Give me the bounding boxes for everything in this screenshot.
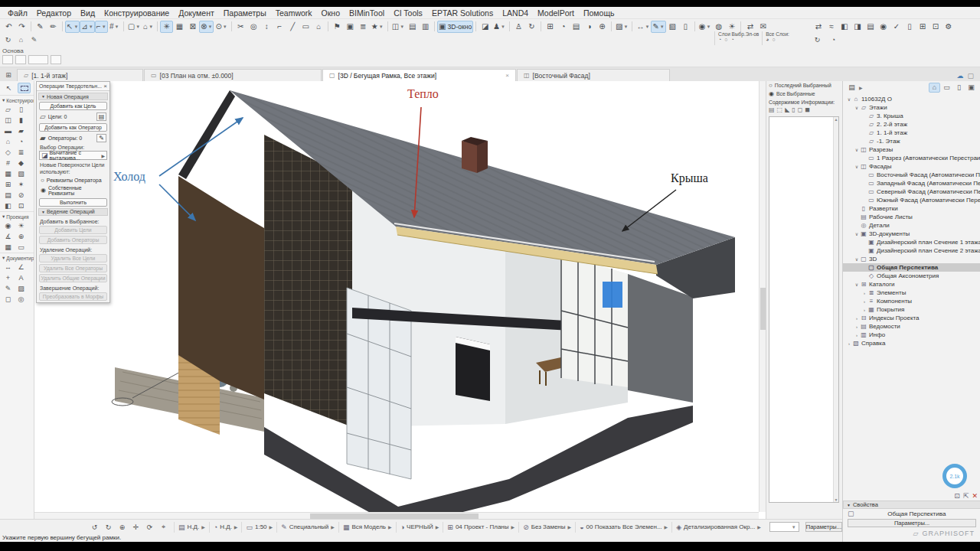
- publisher-sets-icon[interactable]: ▣: [965, 83, 977, 93]
- grid-tool[interactable]: ⊡: [15, 201, 28, 211]
- 3d-cutting-planes-icon[interactable]: ◪: [479, 21, 492, 33]
- tab-overview-button[interactable]: ⊞: [0, 69, 17, 81]
- detail-marker-icon[interactable]: ◔: [557, 21, 570, 33]
- tree-item[interactable]: ◇Общая Аксонометрия: [843, 272, 980, 280]
- status-combo[interactable]: ▼: [769, 522, 799, 532]
- tree-item[interactable]: ▢Общая Перспектива: [843, 263, 980, 272]
- inject-parameters-icon[interactable]: ✏: [47, 21, 60, 33]
- show-operators-button[interactable]: ✎: [96, 134, 106, 142]
- explore-icon[interactable]: ⌖: [158, 522, 169, 532]
- tree-item[interactable]: ▣Дизайнерский план Сечение 1 этажа (Авто…: [843, 238, 980, 246]
- vr-scene-tool[interactable]: ▭: [15, 242, 28, 253]
- tree-item[interactable]: ›▥Инфо: [843, 331, 980, 339]
- tree-item[interactable]: ▭Северный Фасад (Автоматически Перестраи…: [843, 187, 980, 196]
- 3d-window-icon[interactable]: ▣3D-окно: [437, 21, 473, 33]
- resize-icon[interactable]: ▭: [299, 21, 312, 33]
- settings-icon[interactable]: ⚙: [942, 21, 955, 33]
- marquee-tool[interactable]: [18, 83, 31, 93]
- curtain-wall-tool[interactable]: ▤: [2, 190, 15, 201]
- tree-expander-icon[interactable]: ›: [861, 291, 867, 295]
- tree-item[interactable]: ›▧Справка: [843, 339, 980, 347]
- tree-expander-icon[interactable]: ∨: [854, 105, 860, 110]
- area-info-icon[interactable]: ◣: [785, 106, 789, 113]
- tree-expander-icon[interactable]: ∨: [854, 256, 860, 262]
- menu-land4[interactable]: LAND4: [498, 8, 533, 18]
- view-tab-3[interactable]: ▢[3D / Бегущая Рамка, Все этажи]×: [322, 69, 516, 81]
- shell-tool[interactable]: ◔: [15, 136, 28, 147]
- organizer-icon[interactable]: ⊞: [916, 21, 929, 33]
- tree-expander-icon[interactable]: ›: [854, 324, 860, 329]
- object-tool[interactable]: ⊞: [2, 179, 15, 190]
- fillet-icon[interactable]: ⌐: [273, 21, 286, 33]
- tree-item[interactable]: ▭Южный Фасад (Автоматически Перестраивае…: [843, 196, 980, 204]
- menu-ci-tools[interactable]: CI Tools: [389, 8, 427, 18]
- radio-all-selected[interactable]: ◉ Все Выбранные: [766, 90, 842, 98]
- tree-expander-icon[interactable]: ›: [854, 333, 860, 337]
- tree-expander-icon[interactable]: ∨: [854, 147, 860, 152]
- add-operators-button[interactable]: Добавить Операторы: [39, 236, 107, 244]
- home-icon[interactable]: ⌂: [312, 21, 325, 33]
- opening-tool[interactable]: ⊘: [15, 190, 28, 201]
- layer-field[interactable]: ◔Н.Д.▶: [209, 522, 242, 533]
- tree-item[interactable]: ›⊟Индексы Проекта: [843, 314, 980, 322]
- text-icon[interactable]: ▯: [679, 21, 692, 33]
- message-icon[interactable]: ▤: [864, 21, 877, 33]
- delete-common-button[interactable]: Удалить Общие Операции: [39, 274, 107, 282]
- delete-all-operators-button[interactable]: Удалить Все Операторы: [39, 264, 107, 272]
- tree-item[interactable]: ›≡Компоненты: [843, 297, 980, 305]
- fill-tool-icon[interactable]: ▨▼: [614, 21, 629, 33]
- info-list-scrollbar[interactable]: ▲▼: [833, 117, 838, 502]
- operation-dropdown[interactable]: ◪ Вычитание с выталкива... ▶: [39, 151, 107, 160]
- model-filter-field[interactable]: ▦Вся Модель▶: [338, 522, 396, 533]
- add-as-operator-button[interactable]: Добавить как Оператор: [39, 123, 107, 132]
- tree-item[interactable]: ◎Детали: [843, 221, 980, 230]
- tree-item[interactable]: ›≣Элементы: [843, 289, 980, 297]
- wall-tool[interactable]: ▱: [2, 104, 15, 115]
- drawing-tool[interactable]: ◻: [2, 294, 15, 305]
- pen-set-field[interactable]: ✎Специальный▶: [276, 522, 338, 533]
- detail-tool[interactable]: ◎: [15, 294, 28, 305]
- ifc-manager-icon[interactable]: ⊡: [929, 21, 942, 33]
- properties-section-header[interactable]: ▼ Свойства: [843, 500, 980, 509]
- pen-sets-icon[interactable]: ✎: [28, 34, 40, 44]
- rotate-view-icon[interactable]: ⊗▼: [199, 21, 214, 33]
- adjust-icon[interactable]: ◎: [247, 21, 260, 33]
- select-arrow-tool[interactable]: ↖: [2, 83, 15, 93]
- flag-marker-icon[interactable]: ⚑: [331, 21, 344, 33]
- tree-item[interactable]: ∨▢3D: [843, 255, 980, 263]
- menu-параметры[interactable]: Параметры: [219, 8, 271, 18]
- teamwork-receive-icon[interactable]: ≈: [825, 21, 838, 33]
- menu-окно[interactable]: Окно: [317, 8, 345, 18]
- trace-reference-icon[interactable]: ⌂▼: [142, 21, 155, 33]
- back-icon[interactable]: ↺: [89, 522, 100, 532]
- door-tool[interactable]: ▯: [15, 104, 28, 115]
- tree-expander-icon[interactable]: ∨: [854, 231, 860, 236]
- favorites-icon[interactable]: ★▼: [370, 21, 385, 33]
- viewport-vscrollbar[interactable]: [759, 81, 766, 512]
- project-map-icon[interactable]: ⌂: [929, 83, 940, 93]
- toolbox-section-1[interactable]: ▾Конструиров: [0, 95, 34, 104]
- menu-редактор[interactable]: Редактор: [32, 8, 76, 18]
- end-wall-tool[interactable]: ◧: [2, 201, 15, 211]
- eye-icon[interactable]: ◔: [828, 34, 839, 44]
- coord-box[interactable]: [15, 55, 26, 64]
- label-tool[interactable]: ✎: [2, 283, 15, 294]
- layers-selected-eyes[interactable]: ◔○◔: [718, 37, 759, 42]
- ops-section-manage[interactable]: Ведение Операций: [47, 209, 95, 214]
- menu-конструирование[interactable]: Конструирование: [100, 8, 174, 18]
- tree-expander-icon[interactable]: ›: [854, 316, 860, 321]
- delete-all-targets-button[interactable]: Удалить Все Цели: [39, 254, 107, 262]
- radio-own-attributes[interactable]: ◉ Собственные Реквизиты: [37, 184, 109, 197]
- revision-icon[interactable]: ⊕: [596, 21, 609, 33]
- chamfer-icon[interactable]: ╱: [286, 21, 299, 33]
- pan-icon[interactable]: ✛: [130, 522, 142, 532]
- view-map-icon[interactable]: ▭: [941, 83, 952, 93]
- north-symbol-tool[interactable]: ⊕: [15, 231, 28, 242]
- menu-modelport[interactable]: ModelPort: [533, 8, 579, 18]
- tree-expander-icon[interactable]: ∨: [846, 96, 852, 102]
- person-view-icon[interactable]: ♙: [512, 21, 525, 33]
- angle-dim-tool[interactable]: ∡: [2, 231, 15, 242]
- tree-expander-icon[interactable]: ›: [861, 299, 867, 304]
- section-tool-icon[interactable]: ▤: [406, 21, 419, 33]
- teamwork-cloud-icon[interactable]: ☁: [956, 72, 963, 80]
